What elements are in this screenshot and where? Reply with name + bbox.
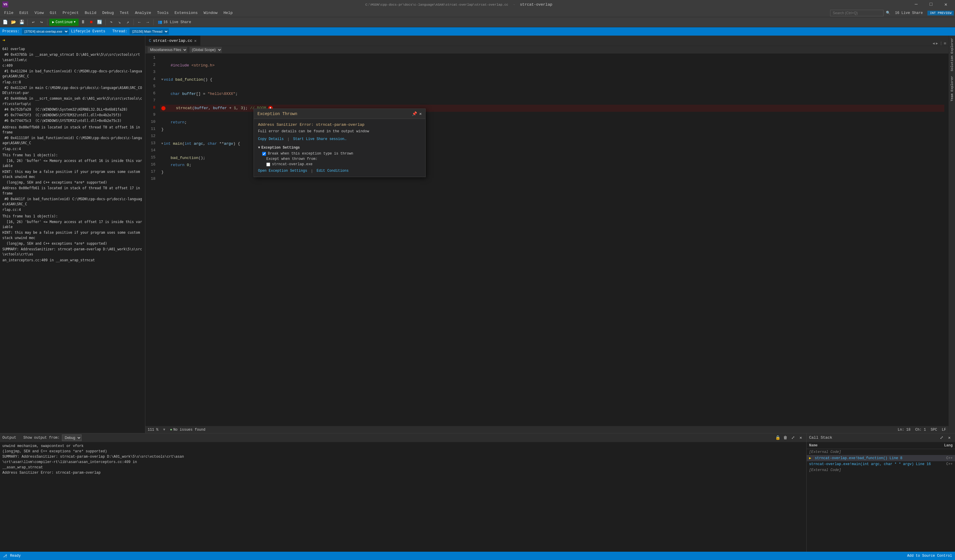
continue-button[interactable]: ▶ Continue ▼ bbox=[49, 19, 78, 26]
output-line: __asan_wrap_strncat bbox=[2, 465, 804, 470]
break-exception-checkbox[interactable] bbox=[262, 152, 266, 156]
toolbar-undo[interactable]: ↩ bbox=[29, 19, 37, 26]
callstack-row-0[interactable]: [External Code] bbox=[807, 449, 955, 455]
sidebar-team-explorer[interactable]: Team Explorer bbox=[950, 74, 954, 104]
ln1: 1 bbox=[145, 55, 155, 62]
menu-view[interactable]: View bbox=[31, 9, 47, 17]
menu-file[interactable]: File bbox=[1, 9, 16, 17]
liveshare-label[interactable]: 16 Live Share bbox=[893, 11, 925, 15]
output-maximize-button[interactable]: ⤢ bbox=[790, 435, 796, 441]
menu-tools[interactable]: Tools bbox=[154, 9, 172, 17]
copy-details-link[interactable]: Copy Details bbox=[258, 137, 283, 141]
callstack-row-3[interactable]: [External Code] bbox=[807, 467, 955, 473]
tab-close-button[interactable]: ✕ bbox=[194, 38, 196, 43]
toolbar-new[interactable]: 📄 bbox=[1, 19, 9, 26]
output-panel-header: Output Show output from: Debug 🔒 🗑 ⤢ ✕ bbox=[0, 433, 806, 442]
debug-output-line: #5 0x774475f3 (C:\WINDOWS\SYSTEM32\ntdll… bbox=[0, 113, 145, 118]
debug-output-line: HINT: this may be a false positive if yo… bbox=[0, 230, 145, 241]
menu-window[interactable]: Window bbox=[201, 9, 221, 17]
scope-select[interactable]: (Global Scope) bbox=[189, 47, 222, 53]
lifecycle-label[interactable]: Lifecycle Events bbox=[71, 30, 105, 33]
toolbar-redo[interactable]: ↪ bbox=[38, 19, 45, 26]
continue-dropdown-icon[interactable]: ▼ bbox=[74, 20, 76, 24]
start-live-share-link[interactable]: Start Live Share session… bbox=[293, 137, 346, 141]
menu-analyze[interactable]: Analyze bbox=[132, 9, 154, 17]
tab-scroll-right-icon[interactable]: ▶ bbox=[936, 41, 938, 46]
code-line-3 bbox=[160, 69, 944, 76]
title-bar-center: C:\MSDN\cpp-docs-pr\docs\c-language\ASAN… bbox=[8, 2, 909, 7]
minimize-button[interactable]: ─ bbox=[909, 0, 923, 9]
output-scroll-lock-button[interactable]: 🔒 bbox=[774, 435, 781, 441]
menu-test[interactable]: Test bbox=[117, 9, 132, 17]
ln14: 14 bbox=[145, 147, 155, 155]
exception-close-button[interactable]: ✕ bbox=[420, 111, 422, 116]
callstack-maximize-button[interactable]: ⤢ bbox=[938, 435, 945, 441]
toolbar-step-into[interactable]: ↘ bbox=[116, 19, 124, 26]
open-exception-settings-button[interactable]: Open Exception Settings bbox=[258, 169, 307, 173]
exception-title: Exception Thrown bbox=[257, 111, 297, 116]
editor-split-icon[interactable]: ⊞ bbox=[944, 41, 946, 46]
sidebar-solution-explorer[interactable]: Solution Explorer bbox=[950, 36, 954, 74]
exception-settings-arrow-icon[interactable]: ▼ bbox=[258, 145, 260, 150]
menu-git[interactable]: Git bbox=[47, 9, 59, 17]
output-close-button[interactable]: ✕ bbox=[797, 435, 804, 441]
line-col-status: Ln: 18 bbox=[898, 428, 911, 432]
maximize-button[interactable]: □ bbox=[924, 0, 938, 9]
toolbar-step-out[interactable]: ↗ bbox=[124, 19, 132, 26]
toolbar-sep4 bbox=[133, 19, 134, 25]
menu-build[interactable]: Build bbox=[82, 9, 99, 17]
tab-strcat-overlap[interactable]: C strcat-overlap.cc ✕ bbox=[145, 36, 200, 46]
output-clear-button[interactable]: 🗑 bbox=[782, 435, 789, 441]
debug-output-line: (longjmp, SEH and C++ exceptions *are* s… bbox=[0, 241, 145, 247]
toolbar-pause[interactable]: ⏸ bbox=[79, 19, 87, 26]
menu-extensions[interactable]: Extensions bbox=[172, 9, 201, 17]
toolbar-restart[interactable]: 🔄 bbox=[96, 19, 103, 26]
menu-help[interactable]: Help bbox=[220, 9, 235, 17]
callstack-close-button[interactable]: ✕ bbox=[946, 435, 953, 441]
close-button[interactable]: ✕ bbox=[939, 0, 953, 9]
misc-files-select[interactable]: Miscellaneous Files bbox=[148, 47, 187, 53]
debug-output-line: This frame has 1 object(s): bbox=[0, 152, 145, 158]
toolbar: 📄 📂 💾 ↩ ↪ ▶ Continue ▼ ⏸ ■ 🔄 ↷ ↘ ↗ ← → 👥… bbox=[0, 17, 955, 27]
edit-conditions-button[interactable]: Edit Conditions bbox=[316, 169, 349, 173]
add-to-source-control-button[interactable]: Add to Source Control bbox=[907, 554, 952, 558]
editor-scrollbar[interactable] bbox=[944, 54, 949, 426]
collapse-13-icon[interactable]: ▼ bbox=[161, 141, 163, 146]
callstack-row-2[interactable]: strncat-overlap.exe!main(int argc, char … bbox=[807, 461, 955, 467]
live-share-button[interactable]: 👥 16 Live Share bbox=[155, 19, 194, 25]
debug-output-line: rlap.cc:4 bbox=[0, 207, 145, 213]
zoom-level[interactable]: 111 % bbox=[148, 428, 158, 432]
int-preview-button[interactable]: INT PREVIEW bbox=[927, 11, 954, 16]
process-select[interactable]: [37924] strcat-overlap.exe bbox=[22, 28, 69, 34]
except-from-checkbox[interactable] bbox=[266, 163, 270, 166]
toolbar-step-over[interactable]: ↷ bbox=[107, 19, 115, 26]
debug-bar: Process: [37924] strcat-overlap.exe Life… bbox=[0, 27, 955, 36]
callstack-column-header: Name Lang bbox=[807, 442, 955, 449]
toolbar-stop[interactable]: ■ bbox=[88, 19, 95, 26]
output-line: SUMMARY: AddressSanitizer: strncat-param… bbox=[2, 454, 804, 460]
toolbar-forward[interactable]: → bbox=[144, 19, 152, 26]
menu-edit[interactable]: Edit bbox=[16, 9, 31, 17]
debug-output-line: #1 0x411204 in bad_function(void) C:\MSD… bbox=[0, 69, 145, 80]
line-numbers: 1 2 3 4 5 6 7 8 9 10 11 12 13 14 15 16 1 bbox=[145, 54, 158, 426]
search-input[interactable] bbox=[830, 10, 883, 16]
menu-debug[interactable]: Debug bbox=[99, 9, 117, 17]
callstack-row-1[interactable]: ▶ strncat-overlap.exe!bad_function() Lin… bbox=[807, 455, 955, 461]
output-filter-select[interactable]: Debug bbox=[62, 435, 81, 441]
toolbar-open[interactable]: 📂 bbox=[9, 19, 17, 26]
debug-output-line: an_interceptors.cc:409 in __asan_wrap_st… bbox=[0, 258, 145, 263]
live-share-label: 16 Live Share bbox=[163, 20, 191, 24]
toolbar-save[interactable]: 💾 bbox=[18, 19, 25, 26]
encoding-status: SPC bbox=[931, 428, 937, 432]
tab-more-icon[interactable]: ⋮ bbox=[939, 41, 943, 46]
tab-scroll-left-icon[interactable]: ◀ bbox=[933, 41, 935, 46]
toolbar-back[interactable]: ← bbox=[136, 19, 143, 26]
editor-path-bar: Miscellaneous Files (Global Scope) bbox=[145, 46, 949, 54]
collapse-4-icon[interactable]: ▼ bbox=[161, 77, 163, 82]
exception-pin-button[interactable]: 📌 bbox=[412, 111, 417, 116]
menu-project[interactable]: Project bbox=[59, 9, 82, 17]
ln17: 17 bbox=[145, 169, 155, 176]
debug-output-line: [16, 26) 'buffer' <= Memory access at of… bbox=[0, 158, 145, 169]
toolbar-sep1 bbox=[27, 19, 28, 25]
thread-select[interactable]: [25156] Main Thread bbox=[130, 28, 169, 34]
